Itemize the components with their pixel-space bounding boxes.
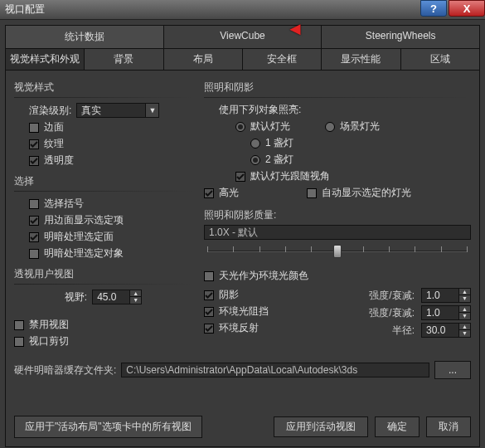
chevron-down-icon: ▼	[145, 104, 158, 117]
hw-cache-label: 硬件明暗器缓存文件夹:	[14, 363, 116, 377]
shade-sel-checkbox[interactable]	[29, 232, 39, 242]
use-lights-label: 使用下列对象照亮:	[219, 103, 301, 117]
lighting-title: 照明和阴影	[204, 80, 471, 95]
quality-title: 照明和阴影质量:	[204, 208, 471, 222]
tab-layout[interactable]: 布局	[164, 49, 243, 70]
spinner-down-icon[interactable]: ▼	[130, 297, 141, 304]
cancel-button[interactable]: 取消	[426, 416, 471, 437]
tab-background[interactable]: 背景	[85, 49, 163, 70]
intensity1-spinner[interactable]: 1.0▲▼	[421, 288, 471, 303]
highlight-checkbox[interactable]	[204, 188, 214, 198]
tab-region[interactable]: 区域	[401, 49, 479, 70]
two-lamp-radio[interactable]	[250, 155, 260, 165]
tab-steeringwheels[interactable]: SteeringWheels	[322, 26, 479, 48]
select-bracket-checkbox[interactable]	[29, 199, 39, 209]
render-level-label: 渲染级别:	[29, 104, 71, 118]
default-light-radio[interactable]	[235, 122, 245, 132]
perspective-title: 透视用户视图	[14, 267, 192, 281]
tab-performance[interactable]: 显示性能	[322, 49, 400, 70]
fov-label: 视野:	[65, 290, 87, 304]
ao-checkbox[interactable]	[204, 307, 214, 317]
tab-stats[interactable]: 统计数据	[6, 26, 164, 48]
ok-button[interactable]: 确定	[375, 416, 420, 437]
tab-safeframe[interactable]: 安全框	[243, 49, 322, 70]
auto-show-checkbox[interactable]	[307, 188, 317, 198]
render-level-select[interactable]: 真实 ▼	[76, 103, 159, 118]
apply-active-button[interactable]: 应用到活动视图	[274, 416, 368, 437]
shadow-checkbox[interactable]	[204, 290, 214, 300]
window-title: 视口配置	[0, 2, 45, 17]
help-button[interactable]: ?	[420, 0, 447, 17]
shade-sel-obj-checkbox[interactable]	[29, 249, 39, 259]
skylight-checkbox[interactable]	[204, 271, 214, 281]
slider-thumb[interactable]	[333, 245, 342, 258]
quality-slider[interactable]	[207, 243, 468, 260]
browse-button[interactable]: ...	[434, 361, 471, 379]
edged-checkbox[interactable]	[29, 123, 39, 133]
close-button[interactable]: X	[449, 0, 485, 17]
spinner-up-icon[interactable]: ▲	[130, 290, 141, 297]
scene-light-radio[interactable]	[325, 122, 335, 132]
hw-cache-path[interactable]: C:\Users\Administrator\AppData\Local\Aut…	[121, 363, 429, 377]
annotation-arrow: ◄	[286, 18, 304, 40]
texture-checkbox[interactable]	[29, 139, 39, 149]
sub-tabs: 视觉样式和外观 背景 布局 安全框 显示性能 区域	[5, 49, 480, 71]
visual-style-title: 视觉样式	[14, 80, 192, 95]
edge-faces-checkbox[interactable]	[29, 216, 39, 226]
quality-field[interactable]: 1.0X - 默认	[204, 225, 471, 240]
one-lamp-radio[interactable]	[250, 139, 260, 149]
intensity2-spinner[interactable]: 1.0▲▼	[421, 305, 471, 320]
radius-spinner[interactable]: 30.0▲▼	[421, 323, 471, 338]
fov-spinner[interactable]: 45.0 ▲▼	[92, 290, 142, 304]
reflect-checkbox[interactable]	[204, 324, 214, 334]
disable-view-checkbox[interactable]	[14, 320, 24, 330]
follow-checkbox[interactable]	[235, 172, 245, 182]
transparency-checkbox[interactable]	[29, 156, 39, 166]
main-tabs: 统计数据 ViewCube SteeringWheels	[5, 25, 480, 49]
selection-title: 选择	[14, 174, 192, 188]
apply-all-button[interactable]: 应用于"活动布局"选项卡中的所有视图	[14, 416, 202, 438]
tab-visual-style[interactable]: 视觉样式和外观	[6, 49, 85, 70]
viewport-clip-checkbox[interactable]	[14, 337, 24, 347]
